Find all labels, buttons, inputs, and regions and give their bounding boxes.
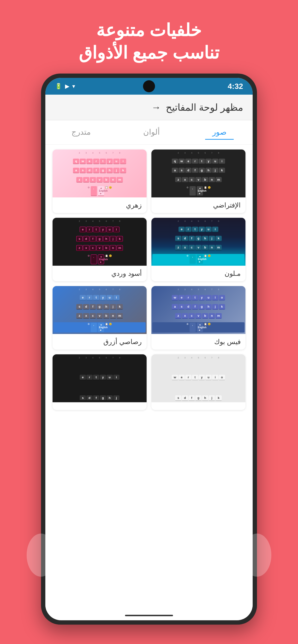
keyboard-label-facebook: فيس بوك bbox=[152, 334, 245, 350]
keyboard-card-bluesteel[interactable]: 2 3 4 5 6 7 8 e r t bbox=[53, 286, 146, 350]
keyboard-card-default[interactable]: 2 3 4 5 6 7 8 q w e bbox=[152, 150, 245, 213]
home-indicator bbox=[45, 611, 253, 620]
keyboard-card-white[interactable]: 2 3 4 5 6 7 8 w e r bbox=[152, 354, 245, 410]
keyboard-label-bluesteel: رصاصي أزرق bbox=[53, 334, 146, 350]
keyboard-label-blackpink: أسود وردي bbox=[53, 266, 146, 281]
app-header: → مظهر لوحة المفاتيح bbox=[45, 95, 253, 120]
title-line2: تناسب جميع الأذواق bbox=[79, 42, 219, 64]
keyboard-card-colorful[interactable]: 2 3 4 5 6 7 8 e r t bbox=[152, 218, 245, 281]
tab-gradient[interactable]: متدرج bbox=[64, 125, 98, 140]
decorative-blob-left bbox=[27, 534, 55, 577]
top-text: خلفيات متنوعة تناسب جميع الأذواق bbox=[79, 19, 219, 64]
tab-colors[interactable]: ألوان bbox=[136, 125, 167, 140]
header-title: مظهر لوحة المفاتيح bbox=[166, 102, 243, 113]
keyboard-label-default: الإفتراضي bbox=[152, 198, 245, 213]
keyboard-scroll[interactable]: 2 3 4 5 6 7 8 q w e bbox=[45, 145, 253, 611]
camera-notch bbox=[143, 80, 155, 92]
tabs-bar: متدرج ألوان صور bbox=[45, 120, 253, 145]
status-time: 4:32 bbox=[228, 82, 243, 91]
back-arrow-icon[interactable]: → bbox=[152, 102, 161, 113]
keyboard-label-white bbox=[152, 402, 245, 410]
title-line1: خلفيات متنوعة bbox=[79, 19, 219, 42]
keyboard-label-black bbox=[53, 402, 146, 410]
keyboard-grid: 2 3 4 5 6 7 8 q w e bbox=[53, 150, 245, 410]
keyboard-label-pink: زهري bbox=[53, 198, 146, 213]
phone-container: 🔋 ▶ ▾ 4:32 → مظهر لوحة المفاتيح متدرج أل… bbox=[41, 74, 257, 624]
tab-images[interactable]: صور bbox=[205, 125, 234, 140]
keyboard-label-colorful: مـلون bbox=[152, 266, 245, 281]
keyboard-card-black[interactable]: 2 3 4 5 6 7 8 e r t bbox=[53, 354, 146, 410]
keyboard-card-blackpink[interactable]: 2 3 4 5 6 7 8 e r t bbox=[53, 218, 146, 281]
signal-icon: ▶ bbox=[65, 83, 69, 90]
status-bar: 🔋 ▶ ▾ 4:32 bbox=[45, 78, 253, 95]
home-bar bbox=[125, 615, 173, 616]
keyboard-card-pink[interactable]: 2 3 4 5 6 7 8 q w e bbox=[53, 150, 146, 213]
decorative-blob-right bbox=[243, 534, 271, 577]
keyboard-card-facebook[interactable]: 2 3 4 5 6 7 8 w e r bbox=[152, 286, 245, 350]
wifi-icon: ▾ bbox=[72, 83, 75, 90]
battery-icon: 🔋 bbox=[55, 83, 62, 90]
